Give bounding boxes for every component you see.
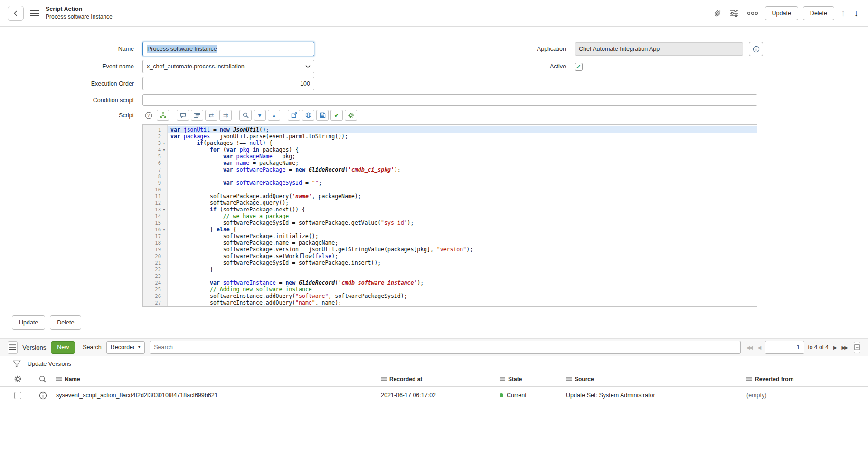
column-header-recorded-at[interactable]: Recorded at [381,376,500,382]
event-name-label: Event name [0,63,142,70]
format-code-icon[interactable] [191,110,203,121]
context-menu-icon[interactable] [28,8,41,19]
version-state: Current [500,392,566,399]
column-menu-icon [566,377,572,381]
list-menu-icon[interactable] [8,341,18,354]
version-table-row: sysevent_script_action_8acd4f2d2f303010f… [0,387,868,404]
first-page-icon[interactable]: ◀◀ [745,344,753,351]
application-info-button[interactable] [749,42,763,56]
script-code-editor[interactable]: 123▾4▾5678910111213▾141516▾1718192021222… [142,124,757,307]
column-menu-icon [381,377,387,381]
delete-button[interactable]: Delete [803,6,834,20]
name-input[interactable]: Process software Instance [142,42,314,56]
application-input[interactable] [575,42,743,56]
execution-order-label: Execution Order [0,80,142,87]
find-next-icon[interactable]: ▼ [254,110,266,121]
web-icon[interactable] [302,110,314,121]
version-name-link[interactable]: sysevent_script_action_8acd4f2d2f303010f… [56,392,218,399]
filter-icon[interactable] [6,360,28,368]
list-breadcrumb[interactable]: Update Versions [28,361,71,367]
script-editor-toolbar: ? ⇄ ⇉ ▼ ▲ [142,110,357,121]
active-checkbox[interactable] [575,63,583,71]
syntax-check-icon[interactable]: ✔ [330,110,343,121]
row-info-icon[interactable] [39,391,47,400]
attachment-icon[interactable] [712,8,723,19]
update-button[interactable]: Update [765,6,798,20]
code-tree-icon[interactable] [157,110,169,121]
page-title: Script Action [46,6,113,13]
svg-text:?: ? [147,113,150,118]
versions-table-header: Name Recorded at State Source Reverted f… [0,372,868,387]
more-options-icon[interactable] [745,9,760,18]
list-search-icon[interactable] [39,375,47,383]
version-reverted-from: (empty) [746,392,868,399]
script-label: Script [0,112,142,119]
column-menu-icon [56,377,62,381]
state-dot-icon [500,393,503,397]
search-icon[interactable] [239,110,252,121]
info-icon [753,46,760,53]
comment-icon[interactable] [177,110,189,121]
record-title: Process software Instance [46,13,113,20]
popout-icon[interactable] [288,110,300,121]
chevron-left-icon [12,10,19,17]
help-icon[interactable]: ? [142,110,155,121]
current-page-input[interactable] [765,341,804,354]
back-button[interactable] [8,6,24,21]
name-label: Name [0,46,142,52]
paging-range-text: to 4 of 4 [808,344,829,351]
delete-button-footer[interactable]: Delete [50,315,81,330]
form-header: Script Action Process software Instance … [0,0,868,27]
event-name-select[interactable]: x_chef_automate.process.installation [142,60,314,73]
search-column-select[interactable]: Recorded at ▼ [106,341,145,354]
name-input-selected-text: Process software Instance [147,45,217,53]
next-record-icon[interactable]: ↓ [852,8,861,19]
new-button[interactable]: New [51,341,75,354]
column-menu-icon [500,377,505,381]
list-gear-icon[interactable] [14,375,22,383]
previous-page-icon[interactable]: ◀ [757,344,762,351]
active-label: Active [314,63,575,70]
replace-icon[interactable]: ⇄ [205,110,217,121]
event-name-select-control[interactable]: x_chef_automate.process.installation [142,60,314,73]
application-label: Application [314,46,575,52]
find-previous-icon[interactable]: ▲ [268,110,280,121]
collapse-list-icon[interactable] [854,342,860,353]
replace-all-icon[interactable]: ⇉ [219,110,232,121]
personalize-form-icon[interactable] [728,8,740,19]
editor-gutter: 123▾4▾5678910111213▾141516▾1718192021222… [143,125,168,306]
script-action-form: Name Process software Instance Applicati… [0,27,868,330]
column-header-name[interactable]: Name [56,376,381,382]
search-column-select-control[interactable]: Recorded at [106,341,145,354]
condition-script-label: Condition script [0,97,142,104]
search-label: Search [83,344,102,351]
previous-record-icon[interactable]: ↑ [839,8,848,19]
row-checkbox[interactable] [14,392,21,399]
update-button-footer[interactable]: Update [12,315,45,330]
save-icon[interactable] [316,110,329,121]
related-list-title: Versions [22,344,46,351]
column-menu-icon [746,377,752,381]
versions-related-list: Versions New Search Recorded at ▼ ◀◀ ◀ t… [0,338,868,404]
version-recorded-at: 2021-06-17 06:17:02 [381,392,500,399]
condition-script-input[interactable] [142,94,757,106]
column-header-reverted-from[interactable]: Reverted from [746,376,868,382]
next-page-icon[interactable]: ▶ [832,344,837,351]
column-header-source[interactable]: Source [566,376,746,382]
column-header-state[interactable]: State [500,376,566,382]
editor-code[interactable]: var jsonUtil = new JsonUtil();var packag… [168,125,757,306]
list-search-input[interactable] [150,341,741,354]
version-source-link[interactable]: Update Set: System Administrator [566,392,655,399]
execution-order-input[interactable] [142,77,314,90]
editor-settings-icon[interactable] [345,110,357,121]
last-page-icon[interactable]: ▶▶ [841,344,848,351]
